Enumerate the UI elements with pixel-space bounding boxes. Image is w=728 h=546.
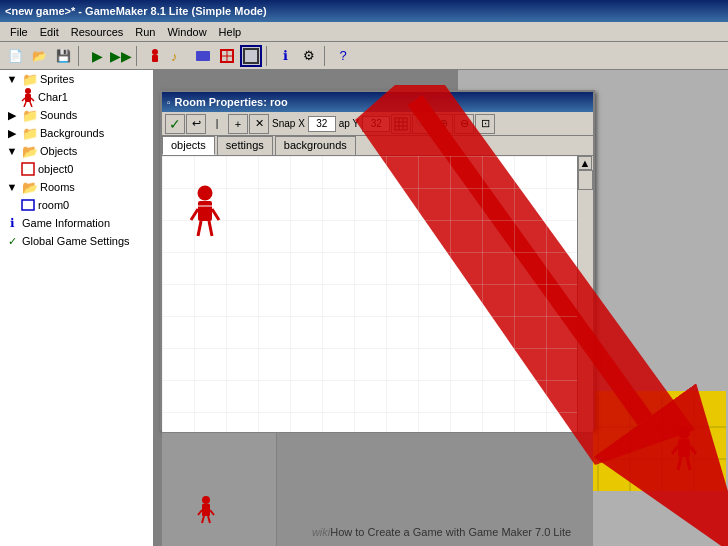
zoom-btn[interactable]: 🔍	[412, 114, 432, 134]
tab-settings[interactable]: settings	[217, 136, 273, 155]
room-properties-window: Room Properties: roo ✓ ↩ | + ✕ Snap X ap…	[160, 90, 595, 430]
room-title-bar: Room Properties: roo	[162, 92, 593, 112]
tree-object0[interactable]: object0	[0, 160, 153, 178]
tree-rooms-group[interactable]: ▼ 📂 Rooms	[0, 178, 153, 196]
game-info-button[interactable]: ℹ	[274, 45, 296, 67]
expand-icon-rooms: ▼	[4, 179, 20, 195]
snap-y-input[interactable]	[362, 116, 390, 132]
info-icon: ℹ	[4, 215, 20, 231]
svg-line-52	[208, 516, 210, 523]
add-room-button[interactable]	[240, 45, 262, 67]
title-text: <new game>* - GameMaker 8.1 Lite (Simple…	[5, 5, 267, 17]
room-ok-btn[interactable]: ✓	[165, 114, 185, 134]
run-button[interactable]: ▶	[86, 45, 108, 67]
help-button[interactable]: ?	[332, 45, 354, 67]
tab-backgrounds[interactable]: backgrounds	[275, 136, 356, 155]
svg-line-23	[672, 446, 678, 454]
svg-line-49	[198, 510, 202, 515]
toolbar-sep-4	[324, 46, 328, 66]
room-title-text: Room Properties: roo	[175, 96, 288, 108]
room-canvas[interactable]	[162, 156, 577, 432]
tree-sounds-group[interactable]: ▶ 📁 Sounds	[0, 106, 153, 124]
svg-rect-1	[152, 55, 158, 62]
folder-icon-rooms: 📂	[22, 179, 38, 195]
char-display	[188, 184, 222, 244]
tree-game-info[interactable]: ℹ Game Information	[0, 214, 153, 232]
expand-icon-obj: ▼	[4, 143, 20, 159]
snap-x-input[interactable]	[308, 116, 336, 132]
add-sound-button[interactable]: ♪	[168, 45, 190, 67]
object0-label: object0	[38, 163, 73, 175]
scroll-thumb[interactable]	[578, 170, 593, 190]
main-toolbar: 📄 📂 💾 ▶ ▶▶ ♪ ℹ ⚙ ?	[0, 42, 728, 70]
menu-file[interactable]: File	[4, 24, 34, 40]
room-content: ▲	[162, 156, 593, 432]
room-preview	[162, 433, 277, 546]
work-area: Room Properties: roo ✓ ↩ | + ✕ Snap X ap…	[155, 70, 728, 546]
svg-text:♪: ♪	[171, 49, 178, 64]
open-button[interactable]: 📂	[28, 45, 50, 67]
svg-line-43	[212, 209, 219, 220]
svg-line-45	[209, 221, 212, 236]
svg-point-0	[152, 49, 158, 55]
menu-bar: File Edit Resources Run Window Help	[0, 22, 728, 42]
global-settings-label: Global Game Settings	[22, 235, 130, 247]
game-settings-button[interactable]: ⚙	[298, 45, 320, 67]
run-debug-button[interactable]: ▶▶	[110, 45, 132, 67]
resource-tree: ▼ 📁 Sprites Char1 ▶ 📁 Sounds	[0, 70, 155, 546]
tree-objects-group[interactable]: ▼ 📂 Objects	[0, 142, 153, 160]
save-button[interactable]: 💾	[52, 45, 74, 67]
svg-rect-27	[395, 118, 407, 130]
tree-global-settings[interactable]: ✓ Global Game Settings	[0, 232, 153, 250]
tree-backgrounds-group[interactable]: ▶ 📁 Backgrounds	[0, 124, 153, 142]
svg-rect-41	[198, 201, 212, 221]
svg-line-42	[191, 209, 198, 220]
zoom-fit-btn[interactable]: ⊡	[475, 114, 495, 134]
add-object-button[interactable]	[216, 45, 238, 67]
scroll-up-btn[interactable]: ▲	[578, 156, 592, 170]
tree-char1[interactable]: Char1	[0, 88, 153, 106]
menu-help[interactable]: Help	[213, 24, 248, 40]
svg-point-40	[198, 186, 213, 201]
toolbar-sep-2	[136, 46, 140, 66]
tab-objects[interactable]: objects	[162, 136, 215, 155]
add-bg-button[interactable]	[192, 45, 214, 67]
svg-line-51	[202, 516, 204, 523]
char-in-yellow	[670, 426, 698, 476]
expand-icon-sounds: ▶	[4, 107, 20, 123]
preview-char	[197, 495, 215, 527]
objects-label: Objects	[40, 145, 77, 157]
zoom-out-btn[interactable]: ⊖	[454, 114, 474, 134]
sprite-icon	[20, 89, 36, 105]
tree-room0[interactable]: room0	[0, 196, 153, 214]
menu-resources[interactable]: Resources	[65, 24, 130, 40]
svg-rect-13	[22, 163, 34, 175]
folder-icon-sounds: 📁	[22, 107, 38, 123]
svg-line-50	[210, 510, 214, 515]
room-add-btn[interactable]: +	[228, 114, 248, 134]
object-icon	[20, 161, 36, 177]
svg-point-7	[25, 88, 31, 94]
tree-sprites-group[interactable]: ▼ 📁 Sprites	[0, 70, 153, 88]
room-icon	[20, 197, 36, 213]
svg-line-10	[31, 98, 34, 101]
menu-window[interactable]: Window	[161, 24, 212, 40]
rooms-label: Rooms	[40, 181, 75, 193]
title-bar: <new game>* - GameMaker 8.1 Lite (Simple…	[0, 0, 728, 22]
check-icon: ✓	[4, 233, 20, 249]
room-del-btn[interactable]: ✕	[249, 114, 269, 134]
new-button[interactable]: 📄	[4, 45, 26, 67]
main-area: ▼ 📁 Sprites Char1 ▶ 📁 Sounds	[0, 70, 728, 546]
watermark: wikiHow to Create a Game with Game Maker…	[312, 526, 571, 538]
add-sprite-button[interactable]	[144, 45, 166, 67]
snap-x-label: Snap X	[270, 118, 307, 129]
menu-run[interactable]: Run	[129, 24, 161, 40]
svg-line-44	[198, 221, 201, 236]
watermark-text: How to Create a Game with Game Maker 7.0…	[330, 526, 571, 538]
room-undo-btn[interactable]: ↩	[186, 114, 206, 134]
menu-edit[interactable]: Edit	[34, 24, 65, 40]
game-info-label: Game Information	[22, 217, 110, 229]
room-vscrollbar[interactable]: ▲	[577, 156, 593, 432]
zoom-in-btn[interactable]: ⊕	[433, 114, 453, 134]
grid-toggle-btn[interactable]	[391, 114, 411, 134]
